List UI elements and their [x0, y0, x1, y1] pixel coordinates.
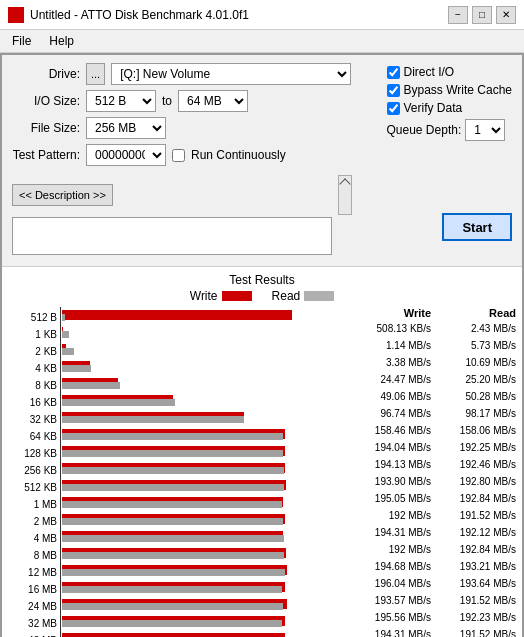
read-cell: 192.84 MB/s [431, 544, 516, 555]
menu-help[interactable]: Help [45, 32, 78, 50]
run-continuously-checkbox[interactable] [172, 149, 185, 162]
run-continuously-label: Run Continuously [191, 148, 286, 162]
read-bar [62, 518, 283, 525]
write-cell: 196.04 MB/s [347, 578, 431, 589]
maximize-button[interactable]: □ [472, 6, 492, 24]
left-fields: Drive: ... [Q:] New Volume I/O Size: 512… [12, 63, 377, 171]
result-row: 49.06 MB/s50.28 MB/s [347, 388, 516, 405]
write-cell: 195.05 MB/s [347, 493, 431, 504]
bypass-write-cache-checkbox[interactable] [387, 84, 400, 97]
row-label: 12 MB [8, 564, 60, 581]
row-label: 4 MB [8, 530, 60, 547]
description-textarea[interactable] [12, 217, 332, 255]
result-row: 24.47 MB/s25.20 MB/s [347, 371, 516, 388]
row-label: 16 KB [8, 394, 60, 411]
write-cell: 3.38 MB/s [347, 357, 431, 368]
result-row: 96.74 MB/s98.17 MB/s [347, 405, 516, 422]
read-cell: 192.84 MB/s [431, 493, 516, 504]
result-row: 193.57 MB/s191.52 MB/s [347, 592, 516, 609]
read-cell: 192.46 MB/s [431, 459, 516, 470]
results-rows: 508.13 KB/s2.43 MB/s1.14 MB/s5.73 MB/s3.… [347, 320, 516, 637]
read-bar [62, 433, 283, 440]
write-cell: 194.68 MB/s [347, 561, 431, 572]
read-cell: 5.73 MB/s [431, 340, 516, 351]
read-bar [62, 569, 285, 576]
result-row: 193.90 MB/s192.80 MB/s [347, 473, 516, 490]
bars-area [60, 307, 341, 637]
read-bar [62, 484, 284, 491]
write-cell: 192 MB/s [347, 510, 431, 521]
write-cell: 158.46 MB/s [347, 425, 431, 436]
verify-data-checkbox[interactable] [387, 102, 400, 115]
result-row: 194.04 MB/s192.25 MB/s [347, 439, 516, 456]
drive-label: Drive: [12, 67, 80, 81]
chart-section: Test Results Write Read 512 B1 KB2 KB4 K… [2, 266, 522, 637]
row-labels: 512 B1 KB2 KB4 KB8 KB16 KB32 KB64 KB128 … [8, 307, 60, 637]
read-cell: 192.12 MB/s [431, 527, 516, 538]
description-button[interactable]: << Description >> [12, 184, 113, 206]
row-label: 32 MB [8, 615, 60, 632]
read-bar [62, 382, 120, 389]
read-legend-color [304, 291, 334, 301]
read-bar [62, 331, 69, 338]
write-cell: 194.31 MB/s [347, 527, 431, 538]
row-label: 8 MB [8, 547, 60, 564]
filesize-select[interactable]: 256 MB [86, 117, 166, 139]
window-title: Untitled - ATTO Disk Benchmark 4.01.0f1 [30, 8, 249, 22]
queue-depth-label: Queue Depth: [387, 123, 462, 137]
verify-data-row: Verify Data [387, 101, 513, 115]
result-row: 508.13 KB/s2.43 MB/s [347, 320, 516, 337]
browse-button[interactable]: ... [86, 63, 105, 85]
read-bar [62, 535, 284, 542]
row-label: 256 KB [8, 462, 60, 479]
result-row: 158.46 MB/s158.06 MB/s [347, 422, 516, 439]
iosize-to-select[interactable]: 64 MB [178, 90, 248, 112]
close-button[interactable]: ✕ [496, 6, 516, 24]
read-cell: 98.17 MB/s [431, 408, 516, 419]
write-cell: 24.47 MB/s [347, 374, 431, 385]
row-label: 2 MB [8, 513, 60, 530]
iosize-from-select[interactable]: 512 B [86, 90, 156, 112]
read-bar [62, 467, 284, 474]
read-bar [62, 416, 244, 423]
right-checkboxes: Direct I/O Bypass Write Cache Verify Dat… [377, 63, 513, 141]
direct-io-row: Direct I/O [387, 65, 513, 79]
row-label: 1 KB [8, 326, 60, 343]
verify-data-label: Verify Data [404, 101, 463, 115]
write-legend-label: Write [190, 289, 218, 303]
direct-io-label: Direct I/O [404, 65, 455, 79]
read-bar [62, 552, 284, 559]
read-header: Read [431, 307, 516, 319]
menu-file[interactable]: File [8, 32, 35, 50]
title-bar: Untitled - ATTO Disk Benchmark 4.01.0f1 … [0, 0, 524, 30]
result-row: 192 MB/s191.52 MB/s [347, 507, 516, 524]
write-cell: 194.31 MB/s [347, 629, 431, 637]
read-cell: 10.69 MB/s [431, 357, 516, 368]
start-button[interactable]: Start [442, 213, 512, 241]
read-cell: 158.06 MB/s [431, 425, 516, 436]
write-legend-color [222, 291, 252, 301]
filesize-label: File Size: [12, 121, 80, 135]
direct-io-checkbox[interactable] [387, 66, 400, 79]
drive-select[interactable]: [Q:] New Volume [111, 63, 351, 85]
testpattern-select[interactable]: 00000000 [86, 144, 166, 166]
row-label: 4 KB [8, 360, 60, 377]
read-bar [62, 501, 282, 508]
read-cell: 193.21 MB/s [431, 561, 516, 572]
read-cell: 191.52 MB/s [431, 629, 516, 637]
queue-depth-select[interactable]: 1 [465, 119, 505, 141]
read-bar [62, 365, 91, 372]
read-legend-label: Read [272, 289, 301, 303]
row-label: 512 B [8, 309, 60, 326]
result-row: 194.13 MB/s192.46 MB/s [347, 456, 516, 473]
testpattern-label: Test Pattern: [12, 148, 80, 162]
minimize-button[interactable]: − [448, 6, 468, 24]
iosize-row: I/O Size: 512 B to 64 MB [12, 90, 377, 112]
to-label: to [162, 94, 172, 108]
result-row: 195.05 MB/s192.84 MB/s [347, 490, 516, 507]
chart-title: Test Results [8, 273, 516, 287]
result-row: 194.31 MB/s191.52 MB/s [347, 626, 516, 637]
filesize-row: File Size: 256 MB [12, 117, 377, 139]
main-window: Drive: ... [Q:] New Volume I/O Size: 512… [0, 53, 524, 637]
read-cell: 191.52 MB/s [431, 595, 516, 606]
